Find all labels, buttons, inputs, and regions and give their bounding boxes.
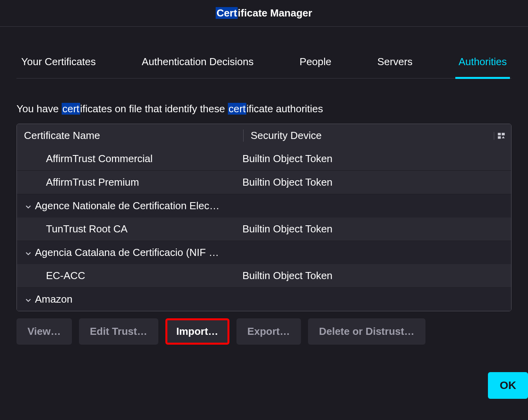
delete-distrust-button[interactable]: Delete or Distrust… <box>308 318 425 345</box>
certificate-table: Certificate Name Security Device AffirmT… <box>16 124 512 311</box>
column-security-device[interactable]: Security Device <box>243 130 494 142</box>
tab-authentication-decisions[interactable]: Authentication Decisions <box>139 49 256 78</box>
window-title: Certificate Manager <box>0 0 528 27</box>
cert-name: AffirmTrust Commercial <box>17 153 236 165</box>
table-row[interactable]: TunTrust Root CA Builtin Object Token <box>17 217 511 241</box>
table-row[interactable]: AffirmTrust Commercial Builtin Object To… <box>17 147 511 171</box>
group-name: Agence Nationale de Certification Elec… <box>35 200 220 212</box>
title-suffix: ificate Manager <box>238 7 312 19</box>
group-name: Agencia Catalana de Certificacio (NIF … <box>35 247 219 259</box>
cert-device: Builtin Object Token <box>236 153 511 165</box>
column-certificate-name[interactable]: Certificate Name <box>24 130 243 142</box>
table-body: AffirmTrust Commercial Builtin Object To… <box>17 147 511 311</box>
tab-your-certificates[interactable]: Your Certificates <box>19 49 98 78</box>
cert-device: Builtin Object Token <box>236 223 511 235</box>
table-group-row[interactable]: Amazon <box>17 288 511 311</box>
cert-name: TunTrust Root CA <box>17 223 236 235</box>
table-header: Certificate Name Security Device <box>17 124 511 147</box>
cert-device: Builtin Object Token <box>236 176 511 188</box>
table-row[interactable]: EC-ACC Builtin Object Token <box>17 264 511 288</box>
description-text: You have certificates on file that ident… <box>16 103 512 115</box>
table-group-row[interactable]: Agence Nationale de Certification Elec… <box>17 194 511 217</box>
tab-people[interactable]: People <box>297 49 334 78</box>
tab-authorities[interactable]: Authorities <box>456 49 509 78</box>
table-group-row[interactable]: Agencia Catalana de Certificacio (NIF … <box>17 241 511 264</box>
import-button[interactable]: Import… <box>165 318 229 345</box>
tab-bar: Your Certificates Authentication Decisio… <box>16 49 512 79</box>
chevron-down-icon <box>24 295 33 304</box>
chevron-down-icon <box>24 248 33 257</box>
cert-name: EC-ACC <box>17 270 236 282</box>
cert-name: AffirmTrust Premium <box>17 176 236 188</box>
chevron-down-icon <box>24 202 33 210</box>
tab-servers[interactable]: Servers <box>375 49 415 78</box>
table-row[interactable]: AffirmTrust Premium Builtin Object Token <box>17 171 511 194</box>
action-bar: View… Edit Trust… Import… Export… Delete… <box>16 318 512 345</box>
view-button[interactable]: View… <box>16 318 72 345</box>
description-highlight-1: cert <box>62 103 80 115</box>
ok-button[interactable]: OK <box>488 372 528 399</box>
cert-device: Builtin Object Token <box>236 270 511 282</box>
export-button[interactable]: Export… <box>236 318 301 345</box>
title-highlight: Cert <box>216 7 238 19</box>
edit-trust-button[interactable]: Edit Trust… <box>79 318 158 345</box>
column-picker-icon[interactable] <box>494 132 508 140</box>
description-highlight-2: cert <box>228 103 246 115</box>
group-name: Amazon <box>35 293 72 305</box>
